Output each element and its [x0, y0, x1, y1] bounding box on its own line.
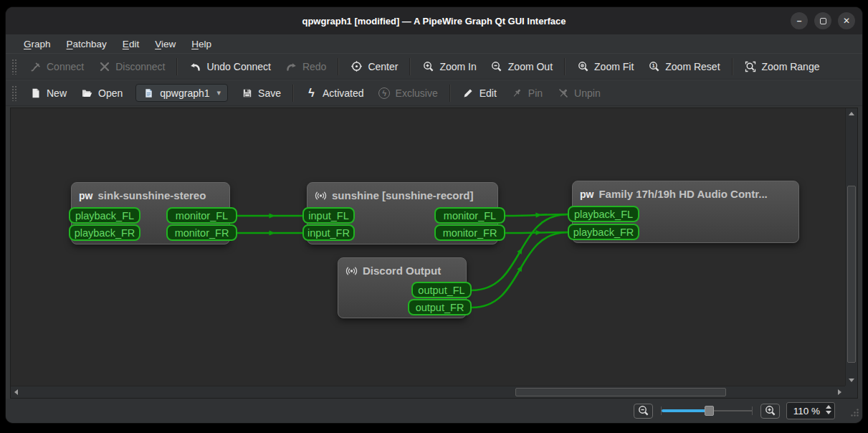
node-title: Discord Output [363, 265, 441, 277]
toolbar-main: ConnectDisconnectUndo ConnectRedoCenterZ… [6, 53, 862, 80]
zoom-percent-spinbox[interactable]: 110 % [786, 402, 835, 419]
scroll-up-icon[interactable] [846, 108, 857, 119]
zoom-fit-icon [577, 60, 589, 72]
menu-item-view[interactable]: View [147, 37, 183, 51]
zoom-percent-value: 110 % [793, 406, 820, 417]
menu-item-help[interactable]: Help [183, 37, 219, 51]
undo-connect-button[interactable]: Undo Connect [182, 57, 278, 76]
menu-item-graph[interactable]: Graph [16, 37, 59, 51]
close-icon[interactable]: ✕ [838, 12, 855, 29]
minimize-icon[interactable]: – [791, 12, 808, 29]
zoom-slider-handle[interactable] [705, 406, 714, 416]
port-sunshine-monitor_FR[interactable]: monitor_FR [434, 224, 505, 241]
zoom-fit-button[interactable]: Zoom Fit [570, 57, 641, 76]
zoom-out-icon [491, 60, 503, 72]
toolbar-button-label: Connect [47, 61, 84, 72]
toolbar-separator [292, 85, 294, 102]
vertical-scrollbar[interactable] [845, 108, 857, 386]
port-sunshine-input_FL[interactable]: input_FL [302, 207, 355, 224]
zoom-slider[interactable] [659, 404, 754, 418]
toolbar-button-label: Unpin [574, 87, 601, 99]
port-sunshine-input_FR[interactable]: input_FR [302, 224, 355, 241]
unpin-button: Unpin [550, 83, 608, 103]
toolbar-drag-handle[interactable] [11, 59, 16, 75]
zoom-range-button[interactable]: Zoom Range [738, 57, 827, 76]
save-icon [241, 87, 253, 99]
zoom-in-button[interactable]: Zoom In [415, 57, 483, 76]
scroll-right-icon[interactable] [834, 386, 845, 398]
node-header[interactable]: sunshine [sunshine-record] [307, 183, 497, 201]
zoom-out-button[interactable]: Zoom Out [484, 57, 560, 76]
window-title: qpwgraph1 [modified] — A PipeWire Graph … [302, 16, 566, 27]
port-sink-sunshine-stereo-playback_FL[interactable]: playback_FL [69, 207, 140, 224]
open-button[interactable]: Open [74, 83, 130, 103]
maximize-icon[interactable] [814, 12, 831, 29]
scroll-left-icon[interactable] [11, 386, 22, 398]
zoom-range-icon [745, 60, 757, 72]
toolbar-button-label: Zoom Fit [594, 61, 634, 72]
connect-icon [29, 60, 42, 72]
scrollbar-corner [845, 386, 857, 398]
horizontal-scroll-thumb[interactable] [515, 388, 726, 396]
pipewire-icon: pw [580, 188, 593, 200]
scroll-down-icon[interactable] [846, 375, 857, 386]
edges-layer [11, 108, 845, 386]
toolbar-drag-handle[interactable] [11, 85, 16, 101]
spinbox-arrows[interactable] [826, 405, 831, 414]
exclusive-icon: ϟ [378, 87, 391, 99]
chevron-down-icon: ▾ [217, 88, 221, 97]
resize-grip-icon[interactable] [850, 407, 859, 420]
new-button[interactable]: New [22, 83, 74, 103]
redo-icon [285, 60, 297, 72]
menu-item-edit[interactable]: Edit [115, 37, 147, 51]
menu-item-patchbay[interactable]: Patchbay [59, 37, 115, 51]
port-discord-output-output_FR[interactable]: output_FR [408, 299, 472, 315]
node-header[interactable]: pwsink-sunshine-stereo [72, 183, 229, 201]
disconnect-button: Disconnect [91, 57, 172, 76]
graph-canvas[interactable]: pwsink-sunshine-stereoplayback_FLplaybac… [10, 108, 858, 399]
zoom-out-button[interactable] [634, 404, 653, 419]
new-icon [29, 87, 42, 99]
spin-up-icon[interactable] [826, 405, 831, 409]
port-sink-sunshine-stereo-monitor_FL[interactable]: monitor_FL [166, 207, 237, 224]
node-header[interactable]: pwFamily 17h/19h HD Audio Contr... [573, 181, 798, 200]
port-discord-output-output_FL[interactable]: output_FL [411, 282, 472, 298]
port-sunshine-monitor_FL[interactable]: monitor_FL [434, 207, 505, 224]
vertical-scroll-thumb[interactable] [847, 186, 856, 363]
zoom-reset-button[interactable]: 1Zoom Reset [641, 57, 727, 76]
connect-button: Connect [22, 57, 91, 76]
save-button[interactable]: Save [234, 83, 288, 103]
edit-icon [462, 87, 474, 99]
node-header[interactable]: Discord Output [338, 258, 466, 277]
toolbar-button-label: Open [98, 87, 123, 99]
spin-down-icon[interactable] [826, 411, 831, 414]
zoom-in-button[interactable] [760, 404, 780, 419]
graph-viewport[interactable]: pwsink-sunshine-stereoplayback_FLplaybac… [11, 108, 845, 386]
edit-button[interactable]: Edit [455, 83, 504, 103]
toolbar-separator [338, 58, 339, 75]
pin-icon [511, 87, 523, 99]
app-window: qpwgraph1 [modified] — A PipeWire Graph … [6, 7, 862, 423]
toolbar-button-label: Zoom Reset [665, 61, 720, 72]
horizontal-scrollbar[interactable] [11, 386, 845, 398]
toolbar-button-label: Disconnect [115, 61, 165, 72]
port-family-hd-audio-playback_FL[interactable]: playback_FL [568, 206, 639, 222]
port-family-hd-audio-playback_FR[interactable]: playback_FR [568, 224, 639, 240]
menu-bar: GraphPatchbayEditViewHelp [6, 34, 862, 53]
node-title: Family 17h/19h HD Audio Contr... [598, 188, 767, 200]
edge-arrow-icon [535, 230, 541, 235]
redo-button: Redo [278, 57, 333, 76]
center-button[interactable]: Center [343, 57, 405, 76]
svg-text:1: 1 [652, 62, 654, 69]
port-sink-sunshine-stereo-monitor_FR[interactable]: monitor_FR [166, 224, 237, 241]
title-bar[interactable]: qpwgraph1 [modified] — A PipeWire Graph … [6, 7, 862, 34]
pin-button: Pin [504, 83, 550, 103]
toolbar-button-label: New [47, 87, 67, 99]
center-icon [350, 60, 363, 72]
edge-arrow-icon [270, 230, 275, 235]
patchbay-file-combobox[interactable]: qpwgraph1▾ [135, 84, 228, 102]
toolbar-separator [449, 85, 451, 102]
activated-button[interactable]: ϟActivated [298, 83, 371, 103]
zoom-in-icon [422, 60, 434, 72]
port-sink-sunshine-stereo-playback_FR[interactable]: playback_FR [69, 224, 140, 241]
